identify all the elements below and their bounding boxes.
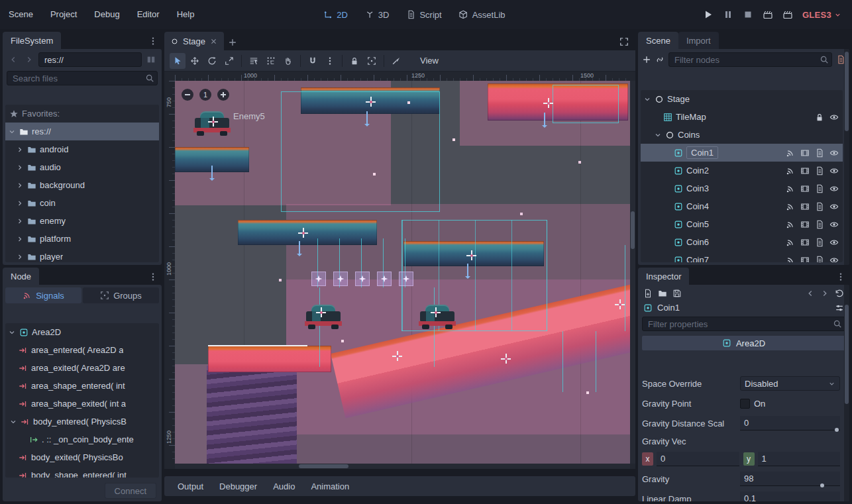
gravity-distance-scale-field[interactable]: 0 <box>740 416 840 430</box>
search-files-input[interactable] <box>7 71 158 85</box>
signal-icon[interactable] <box>786 220 795 229</box>
signal-row[interactable]: area_shape_exited( int a <box>5 395 159 413</box>
distraction-free-icon[interactable] <box>619 37 629 46</box>
instance-icon[interactable] <box>800 202 810 211</box>
coin-sprite[interactable] <box>311 272 326 286</box>
tool-select-button[interactable] <box>170 53 186 69</box>
instance-icon[interactable] <box>800 256 810 263</box>
signal-root-area2d[interactable]: Area2D <box>5 323 159 341</box>
mode-script-button[interactable]: Script <box>399 7 448 23</box>
instance-icon[interactable] <box>800 184 810 193</box>
move-gizmo-arrow[interactable] <box>366 111 368 125</box>
tab-filesystem[interactable]: FileSystem <box>3 32 61 49</box>
canvas-vertical-scrollbar[interactable] <box>630 81 635 464</box>
play-scene-button[interactable] <box>763 9 773 20</box>
chevron-down-icon[interactable] <box>9 418 17 426</box>
tab-animation[interactable]: Animation <box>304 479 356 494</box>
origin-gizmo[interactable] <box>615 299 625 309</box>
tab-import[interactable]: Import <box>678 32 719 49</box>
signal-row[interactable]: area_shape_entered( int <box>5 377 159 395</box>
zoom-reset-button[interactable]: 1 <box>199 89 211 101</box>
tab-output[interactable]: Output <box>171 479 210 494</box>
instance-icon[interactable] <box>800 166 810 176</box>
display-mode-button[interactable] <box>144 53 158 66</box>
coin-sprite[interactable] <box>377 272 392 286</box>
tab-audio[interactable]: Audio <box>266 479 301 494</box>
skeleton-options-button[interactable] <box>388 53 404 69</box>
instance-icon[interactable] <box>800 220 810 229</box>
visibility-icon[interactable] <box>829 166 839 176</box>
menu-help[interactable]: Help <box>168 0 203 29</box>
save-resource-button[interactable] <box>672 289 682 298</box>
signal-icon[interactable] <box>786 202 795 211</box>
tool-pan-button[interactable] <box>280 53 296 69</box>
scene-node-coins[interactable]: Coins <box>641 126 843 144</box>
signal-row[interactable]: area_exited( Area2D are <box>5 359 159 377</box>
chevron-right-icon[interactable] <box>16 235 24 243</box>
tab-debugger[interactable]: Debugger <box>213 479 264 494</box>
scene-node-coin1[interactable]: Coin1 <box>641 144 843 162</box>
scene-node-stage[interactable]: Stage <box>641 90 843 108</box>
origin-gizmo[interactable] <box>366 97 376 107</box>
origin-gizmo[interactable] <box>501 354 511 364</box>
instance-icon[interactable] <box>800 238 810 247</box>
move-gizmo-arrow[interactable] <box>467 264 468 277</box>
chevron-right-icon[interactable] <box>16 146 24 154</box>
signal-connection-row[interactable]: . :: _on_coin_body_ente <box>5 430 159 448</box>
2d-canvas[interactable]: 1 Enemy5 <box>175 81 630 464</box>
signal-icon[interactable] <box>786 256 795 263</box>
filter-nodes-input[interactable] <box>668 52 832 67</box>
menu-debug[interactable]: Debug <box>85 0 128 29</box>
space-override-dropdown[interactable]: Disabled <box>740 376 840 391</box>
instance-icon[interactable] <box>800 148 810 158</box>
lock-icon[interactable] <box>815 113 824 122</box>
instance-scene-button[interactable] <box>655 55 665 64</box>
current-path[interactable]: res:// <box>38 52 142 67</box>
coin-sprite[interactable] <box>399 272 413 286</box>
tool-move-button[interactable] <box>187 53 203 69</box>
tool-rotate-button[interactable] <box>204 53 220 69</box>
new-resource-button[interactable] <box>643 289 653 298</box>
signal-row[interactable]: body_exited( PhysicsBo <box>5 448 159 466</box>
script-icon[interactable] <box>815 202 824 211</box>
connect-button[interactable]: Connect <box>105 483 156 499</box>
snap-options-button[interactable] <box>322 53 338 69</box>
scene-node-coin6[interactable]: Coin6 <box>641 233 843 251</box>
chevron-right-icon[interactable] <box>16 164 24 172</box>
visibility-icon[interactable] <box>829 148 839 158</box>
origin-gizmo[interactable] <box>543 98 553 108</box>
tree-item-enemy[interactable]: enemy <box>5 212 159 230</box>
scene-node-coin3[interactable]: Coin3 <box>641 179 843 197</box>
play-custom-scene-button[interactable] <box>782 9 793 20</box>
tab-inspector[interactable]: Inspector <box>638 268 689 285</box>
tab-stage[interactable]: Stage <box>164 32 224 50</box>
scene-tree-scrollbar[interactable] <box>844 49 849 265</box>
visibility-icon[interactable] <box>829 202 839 211</box>
lock-object-button[interactable] <box>346 53 362 69</box>
renderer-dropdown[interactable]: GLES3 <box>802 10 841 20</box>
tab-scene[interactable]: Scene <box>638 32 678 49</box>
scene-node-coin7[interactable]: Coin7 <box>641 251 843 262</box>
coin-sprite[interactable] <box>355 272 370 286</box>
origin-gizmo[interactable] <box>208 117 218 126</box>
gravity-vec-y-field[interactable]: 1 <box>758 452 841 466</box>
chevron-down-icon[interactable] <box>8 128 16 136</box>
new-scene-tab-button[interactable] <box>224 34 241 50</box>
tree-item-coin[interactable]: coin <box>5 194 159 212</box>
pause-button[interactable] <box>723 9 733 20</box>
tab-node[interactable]: Node <box>3 268 39 285</box>
history-forward-button[interactable] <box>23 53 36 66</box>
visibility-icon[interactable] <box>829 256 839 263</box>
chevron-right-icon[interactable] <box>16 217 24 225</box>
move-gizmo-arrow[interactable] <box>544 113 545 126</box>
tree-item-res[interactable]: res:// <box>5 123 159 140</box>
mode-3d-button[interactable]: 3D <box>358 7 396 23</box>
zoom-in-button[interactable] <box>217 89 229 101</box>
inspector-scrollbar[interactable] <box>844 285 849 501</box>
tree-item-platform[interactable]: platform <box>5 230 159 248</box>
menu-scene[interactable]: Scene <box>0 0 42 29</box>
signal-icon[interactable] <box>786 148 795 158</box>
signals-tab[interactable]: Signals <box>5 287 81 303</box>
menu-project[interactable]: Project <box>42 0 85 29</box>
tool-list-select-button[interactable] <box>246 53 262 69</box>
